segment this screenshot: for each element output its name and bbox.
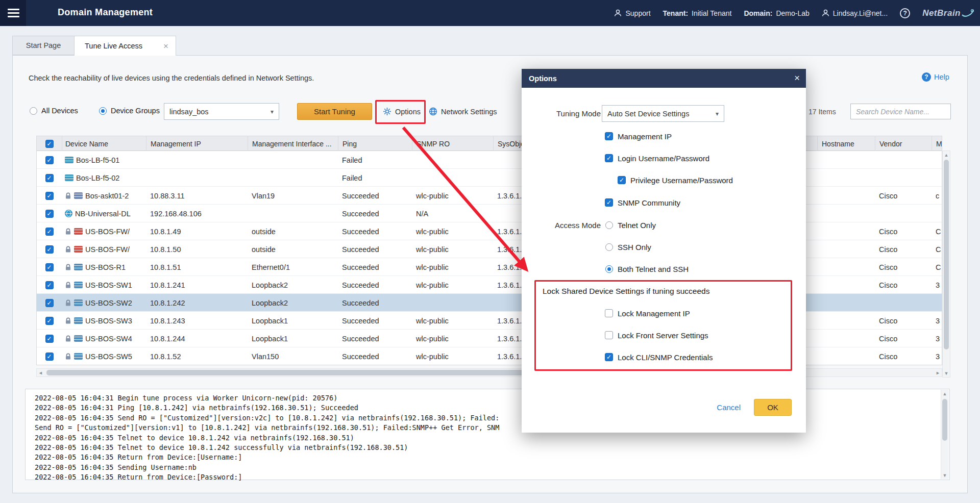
table-row[interactable]: ✓Bos-LB-f5-01Failed: [37, 151, 942, 169]
table-horizontal-scrollbar[interactable]: ◄ ►: [36, 368, 942, 377]
checkbox[interactable]: ✓: [605, 198, 613, 207]
checkbox[interactable]: ✓: [605, 353, 613, 361]
network-settings-button[interactable]: Network Settings: [429, 107, 497, 116]
tab-close-icon[interactable]: ×: [163, 42, 168, 51]
dialog-checkbox-row[interactable]: ✓SNMP Community: [605, 197, 680, 208]
checkbox[interactable]: [605, 309, 613, 317]
table-row[interactable]: ✓US-BOS-R110.8.1.51Ethernet0/1Succeededw…: [37, 258, 942, 276]
scroll-up-icon[interactable]: ▲: [943, 151, 950, 159]
device-name: US-BOS-SW5: [85, 353, 132, 361]
management-ip: 10.8.1.244: [146, 330, 248, 347]
tab-tune-live-access[interactable]: Tune Live Access ×: [74, 36, 176, 56]
column-header-vendor[interactable]: Vendor: [875, 136, 932, 151]
ok-button[interactable]: OK: [754, 399, 792, 416]
start-tuning-button[interactable]: Start Tuning: [297, 103, 372, 120]
row-checkbox[interactable]: ✓: [45, 281, 54, 289]
table-row[interactable]: ✓Bos-askt01-210.88.3.11Vlan19Succeededwl…: [37, 187, 942, 205]
row-checkbox[interactable]: ✓: [45, 299, 54, 307]
column-header-device-name[interactable]: Device Name: [62, 136, 146, 151]
tuning-mode-select[interactable]: Auto Set Device Settings ▾: [602, 105, 724, 122]
table-row[interactable]: ✓NB-Universal-DL192.168.48.106SucceededN…: [37, 205, 942, 222]
dialog-checkbox-row[interactable]: ✓Privilege Username/Password: [618, 175, 733, 185]
ping-status: Succeeded: [338, 205, 412, 222]
help-icon[interactable]: ?: [900, 8, 910, 18]
scroll-left-icon[interactable]: ◄: [37, 369, 44, 376]
device-icon: [74, 228, 83, 235]
dialog-checkbox-row[interactable]: ✓Management IP: [605, 131, 672, 141]
dialog-close-icon[interactable]: ×: [794, 72, 800, 84]
row-checkbox[interactable]: ✓: [45, 192, 54, 200]
support-link[interactable]: Support: [614, 9, 650, 17]
user-menu[interactable]: Lindsay.Li@net...: [822, 9, 888, 17]
scrollbar-thumb[interactable]: [944, 160, 949, 349]
access-mode-radio-row[interactable]: SSH Only: [605, 242, 651, 252]
column-header-ping[interactable]: Ping: [338, 136, 412, 151]
management-ip: 10.8.1.241: [146, 276, 248, 294]
radio-icon[interactable]: [605, 221, 613, 229]
row-checkbox[interactable]: ✓: [45, 353, 54, 361]
scrollbar-thumb[interactable]: [942, 399, 947, 441]
hamburger-menu-icon[interactable]: [8, 9, 19, 19]
checkbox[interactable]: ✓: [605, 154, 613, 162]
lock-checkbox-row[interactable]: Lock Management IP: [605, 308, 690, 318]
management-ip: 10.8.1.52: [146, 347, 248, 365]
scroll-up-icon[interactable]: ▲: [941, 390, 948, 397]
checkbox[interactable]: [605, 331, 613, 339]
table-row[interactable]: ✓US-BOS-SW110.8.1.241Loopback2Succeededw…: [37, 276, 942, 294]
lock-checkbox-row[interactable]: Lock Front Server Settings: [605, 330, 708, 340]
radio-icon[interactable]: [605, 243, 613, 251]
table-row[interactable]: ✓US-BOS-SW510.8.1.52Vlan150Succeededwlc-…: [37, 347, 942, 365]
radio-all-devices[interactable]: All Devices: [30, 107, 78, 115]
options-button[interactable]: Options: [383, 107, 421, 116]
scroll-down-icon[interactable]: ▼: [943, 369, 950, 377]
tab-start-page[interactable]: Start Page: [12, 36, 75, 55]
row-checkbox[interactable]: ✓: [45, 210, 54, 218]
row-checkbox[interactable]: ✓: [45, 174, 54, 182]
table-row[interactable]: ✓US-BOS-FW/10.8.1.49outsideSucceededwlc-…: [37, 222, 942, 240]
dialog-checkbox-row[interactable]: ✓Login Username/Password: [605, 153, 709, 163]
lock-section-title: Lock Shared Device Settings if tuning su…: [543, 287, 709, 296]
column-header-hostname[interactable]: Hostname: [817, 136, 875, 151]
table-vertical-scrollbar[interactable]: ▲ ▼: [942, 150, 950, 378]
cancel-button[interactable]: Cancel: [717, 403, 741, 412]
lock-checkbox-row[interactable]: ✓Lock CLI/SNMP Credentials: [605, 352, 713, 362]
select-all-checkbox[interactable]: ✓: [45, 140, 54, 148]
radio-icon[interactable]: [605, 265, 613, 273]
row-checkbox[interactable]: ✓: [45, 263, 54, 271]
row-checkbox[interactable]: ✓: [45, 245, 54, 254]
row-checkbox[interactable]: ✓: [45, 317, 54, 325]
access-mode-radio-row[interactable]: Both Telnet and SSH: [605, 264, 689, 274]
device-group-select[interactable]: lindsay_bos ▾: [164, 103, 279, 120]
column-header-model[interactable]: Model: [932, 136, 942, 151]
table-row[interactable]: ✓US-BOS-SW210.8.1.242Loopback2Succeeded: [37, 294, 942, 312]
row-checkbox[interactable]: ✓: [45, 156, 54, 164]
network-settings-label: Network Settings: [441, 108, 497, 116]
log-vertical-scrollbar[interactable]: ▲ ▼: [941, 390, 949, 479]
table-row[interactable]: ✓US-BOS-SW410.8.1.244Loopback1Succeededw…: [37, 330, 942, 347]
dialog-title: Options: [529, 74, 557, 83]
table-row[interactable]: ✓US-BOS-FW/10.8.1.50outsideSucceededwlc-…: [37, 240, 942, 258]
row-checkbox[interactable]: ✓: [45, 335, 54, 343]
column-header-snmp-ro[interactable]: SNMP RO: [412, 136, 493, 151]
search-box[interactable]: [850, 104, 951, 119]
scroll-down-icon[interactable]: ▼: [941, 471, 948, 479]
radio-icon[interactable]: [30, 107, 37, 115]
dialog-title-bar[interactable]: Options ×: [522, 69, 806, 88]
checkbox[interactable]: ✓: [618, 176, 626, 184]
table-row[interactable]: ✓US-BOS-SW310.8.1.243Loopback1Succeededw…: [37, 312, 942, 330]
row-checkbox[interactable]: ✓: [45, 228, 54, 236]
search-input[interactable]: [855, 107, 949, 116]
ping-status: Succeeded: [338, 294, 412, 312]
scrollbar-thumb[interactable]: [46, 370, 531, 375]
help-link[interactable]: ? Help: [922, 72, 949, 82]
checkbox[interactable]: ✓: [605, 132, 613, 140]
access-mode-radio-row[interactable]: Telnet Only: [605, 220, 656, 230]
column-header-management-interface[interactable]: Management Interface ...: [248, 136, 338, 151]
radio-icon[interactable]: [99, 107, 107, 115]
table-row[interactable]: ✓Bos-LB-f5-02Failed: [37, 169, 942, 187]
model: [932, 294, 942, 312]
scroll-right-icon[interactable]: ►: [934, 369, 942, 376]
hostname: [817, 330, 875, 347]
radio-device-groups[interactable]: Device Groups: [99, 107, 160, 115]
column-header-management-ip[interactable]: Management IP: [146, 136, 248, 151]
